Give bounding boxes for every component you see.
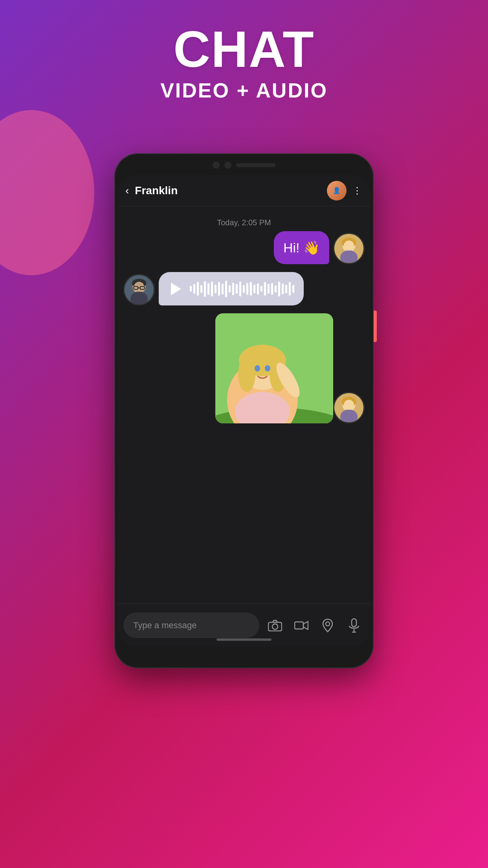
waveform: [190, 280, 294, 298]
received-avatar-2: [123, 274, 155, 305]
camera-icon: [268, 620, 282, 631]
home-indicator: [216, 638, 272, 641]
microphone-icon: [349, 618, 360, 633]
contact-avatar[interactable]: 👤: [327, 181, 347, 200]
waveform-bar: [261, 286, 262, 292]
avatar-image-male: [125, 274, 154, 305]
location-icon: [322, 618, 333, 633]
waveform-bar: [207, 283, 209, 295]
waveform-bar: [250, 282, 252, 296]
waveform-bar: [211, 281, 213, 296]
camera-dot: [213, 162, 220, 169]
camera-button[interactable]: [264, 614, 286, 636]
avatar-icon: 👤: [333, 187, 341, 194]
waveform-bar: [225, 281, 227, 297]
video-button[interactable]: [290, 614, 312, 636]
phone-top-bar: [114, 153, 374, 177]
play-button[interactable]: [168, 281, 184, 297]
waveform-bar: [229, 285, 231, 292]
photo-message[interactable]: [215, 313, 333, 423]
menu-button[interactable]: ⋮: [352, 185, 363, 196]
svg-point-17: [344, 400, 354, 410]
timestamp: Today, 2:05 PM: [123, 210, 365, 231]
speaker-bar: [236, 163, 275, 167]
bg-circle-left: [0, 110, 94, 275]
message-row-1: Hi! 👋: [123, 231, 365, 264]
waveform-bar: [222, 283, 224, 294]
waveform-bar: [268, 284, 270, 294]
chat-header: ‹ Franklin 👤 ⋮: [117, 175, 371, 206]
svg-point-2: [340, 250, 358, 264]
svg-point-23: [238, 357, 255, 392]
phone-container: ‹ Franklin 👤 ⋮ Today, 2:05 PM: [83, 130, 405, 790]
svg-rect-34: [352, 619, 356, 627]
svg-marker-32: [303, 622, 308, 629]
svg-point-4: [344, 241, 354, 251]
location-button[interactable]: [317, 614, 338, 636]
sent-avatar-3: [333, 392, 365, 423]
header-area: CHAT VIDEO + AUDIO: [0, 24, 488, 102]
waveform-bar: [285, 285, 287, 293]
photo-content: [215, 313, 333, 423]
waveform-bar: [271, 283, 273, 295]
waveform-bar: [215, 285, 216, 293]
waveform-bar: [243, 285, 245, 293]
video-icon: [294, 620, 308, 631]
message-row-2: [123, 272, 365, 305]
waveform-bar: [264, 282, 266, 296]
sent-avatar-1: [333, 233, 365, 264]
messages-area: Today, 2:05 PM Hi! 👋: [117, 206, 371, 603]
message-input[interactable]: Type a message: [123, 612, 259, 638]
waveform-bar: [278, 281, 280, 296]
play-icon: [171, 283, 181, 295]
waveform-bar: [282, 283, 284, 294]
microphone-button[interactable]: [343, 614, 365, 636]
subtitle: VIDEO + AUDIO: [0, 79, 488, 102]
svg-point-26: [265, 365, 270, 371]
waveform-bar: [197, 282, 199, 296]
voice-bubble[interactable]: [159, 272, 304, 305]
waveform-bar: [257, 283, 259, 294]
waveform-bar: [239, 281, 241, 296]
svg-rect-31: [295, 622, 303, 629]
main-title: CHAT: [0, 24, 488, 75]
back-button[interactable]: ‹: [125, 184, 129, 197]
avatar-image-female: [334, 233, 363, 264]
front-camera: [224, 162, 231, 169]
svg-point-7: [130, 292, 148, 305]
input-placeholder: Type a message: [133, 620, 196, 631]
waveform-bar: [246, 283, 248, 295]
contact-name: Franklin: [135, 184, 321, 197]
waveform-bar: [275, 285, 277, 292]
svg-point-15: [340, 410, 358, 423]
waveform-bar: [253, 285, 255, 293]
svg-point-25: [255, 365, 260, 371]
waveform-bar: [204, 281, 206, 297]
waveform-bar: [236, 284, 238, 294]
waveform-bar: [292, 285, 294, 293]
waveform-bar: [289, 282, 291, 296]
message-row-3: [123, 313, 365, 423]
waveform-bar: [232, 283, 234, 295]
text-bubble-1: Hi! 👋: [274, 231, 329, 264]
phone-shell: ‹ Franklin 👤 ⋮ Today, 2:05 PM: [114, 153, 374, 668]
waveform-bar: [190, 286, 192, 292]
waveform-bar: [193, 284, 195, 294]
waveform-bar: [200, 285, 202, 293]
phone-screen: ‹ Franklin 👤 ⋮ Today, 2:05 PM: [117, 175, 371, 647]
waveform-bar: [218, 282, 220, 296]
svg-point-33: [326, 622, 330, 626]
avatar-image-female-2: [334, 392, 363, 423]
side-button: [374, 311, 377, 342]
svg-point-30: [272, 624, 278, 629]
